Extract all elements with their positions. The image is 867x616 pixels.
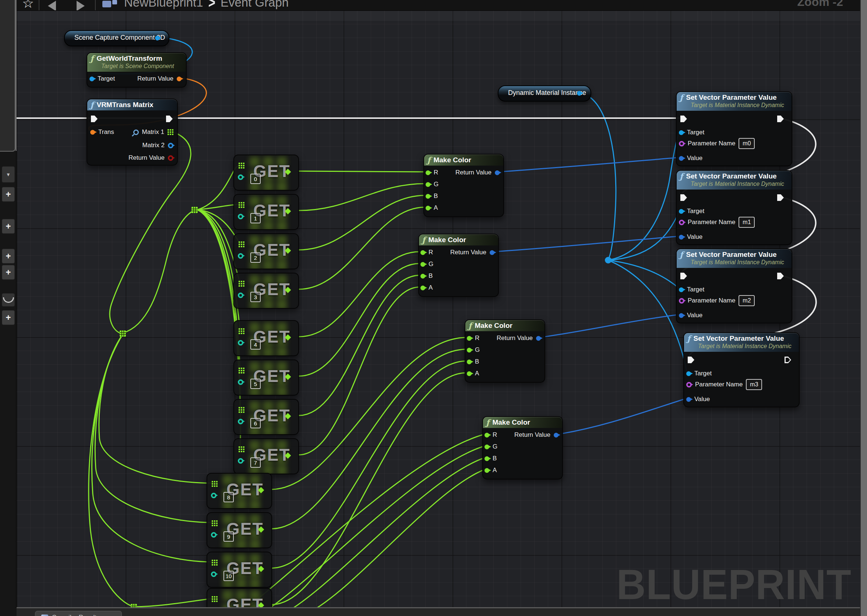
node-get-8[interactable]: GET 8 — [206, 473, 272, 509]
target-pin[interactable] — [90, 77, 94, 81]
node-vrmtrans-matrix[interactable]: ƒ VRMTrans Matrix Trans Matrix 1 Matrix … — [87, 99, 178, 166]
return-value-pin[interactable] — [489, 250, 494, 255]
object-output-pin[interactable] — [577, 91, 582, 96]
array-input-pin[interactable] — [212, 560, 217, 566]
index-pin[interactable] — [238, 253, 243, 259]
matrix2-pin[interactable] — [168, 143, 173, 148]
b-pin[interactable] — [467, 360, 472, 364]
return-value-pin[interactable] — [168, 155, 173, 161]
exec-in-pin[interactable] — [688, 357, 694, 363]
node-make-color-3[interactable]: ƒ Make Color R G B A Return Value — [464, 319, 545, 383]
add-button[interactable]: + — [2, 310, 15, 325]
a-pin[interactable] — [467, 371, 472, 376]
exec-in-pin[interactable] — [680, 194, 687, 201]
magnifier-icon[interactable] — [133, 129, 139, 135]
parameter-name-input[interactable]: m3 — [746, 379, 762, 390]
parameter-name-input[interactable]: m1 — [738, 217, 755, 228]
array-input-pin[interactable] — [239, 163, 244, 168]
array-input-pin[interactable] — [212, 520, 217, 526]
value-pin[interactable] — [679, 156, 684, 161]
g-pin[interactable] — [467, 348, 472, 352]
value-pin[interactable] — [686, 397, 691, 402]
index-pin[interactable] — [238, 214, 243, 219]
a-pin[interactable] — [420, 286, 425, 290]
index-input[interactable]: 2 — [250, 253, 261, 263]
add-button[interactable]: + — [2, 265, 15, 280]
node-get-0[interactable]: GET 0 — [233, 154, 299, 191]
matrix1-array-pin[interactable] — [167, 129, 173, 135]
node-set-vector-parameter-value-m3[interactable]: ƒ Set Vector Parameter Value Target is M… — [683, 332, 799, 407]
parameter-name-pin[interactable] — [679, 220, 684, 225]
node-set-vector-parameter-value-m0[interactable]: ƒ Set Vector Parameter Value Target is M… — [676, 91, 792, 166]
g-pin[interactable] — [426, 182, 430, 187]
node-make-color-2[interactable]: ƒ Make Color R G B A Return Value — [418, 234, 499, 297]
breadcrumb-graph[interactable]: Event Graph — [220, 0, 289, 9]
panel-divider[interactable] — [16, 0, 17, 151]
index-input[interactable]: 3 — [250, 292, 261, 302]
eye-button[interactable] — [2, 293, 15, 306]
node-make-color-1[interactable]: ƒ Make Color R G B A Return Value — [423, 154, 504, 217]
r-pin[interactable] — [420, 250, 425, 255]
g-pin[interactable] — [420, 262, 425, 267]
node-get-7[interactable]: GET 7 — [233, 438, 299, 474]
exec-in-pin[interactable] — [91, 116, 98, 122]
return-value-pin[interactable] — [536, 336, 541, 341]
add-button[interactable]: + — [2, 187, 15, 202]
parameter-name-pin[interactable] — [686, 382, 692, 388]
trans-pin[interactable] — [90, 130, 95, 135]
b-pin[interactable] — [420, 274, 425, 278]
target-pin[interactable] — [679, 209, 684, 214]
b-pin[interactable] — [485, 456, 489, 461]
index-input[interactable]: 4 — [250, 339, 261, 350]
target-pin[interactable] — [679, 130, 684, 135]
reroute-green-2[interactable] — [120, 330, 126, 337]
index-pin[interactable] — [238, 419, 243, 424]
array-input-pin[interactable] — [239, 281, 244, 287]
array-input-pin[interactable] — [239, 446, 244, 452]
array-input-pin[interactable] — [239, 368, 244, 374]
index-input[interactable]: 0 — [250, 174, 261, 184]
node-get-6[interactable]: GET 6 — [233, 399, 299, 435]
b-pin[interactable] — [426, 194, 430, 199]
index-input[interactable]: 8 — [223, 492, 234, 502]
node-scene-capture-component-2d[interactable]: Scene Capture Component 2D — [64, 30, 169, 46]
exec-out-pin[interactable] — [777, 116, 784, 122]
node-get-10[interactable]: GET 10 — [206, 552, 272, 588]
index-pin[interactable] — [238, 292, 243, 298]
index-input[interactable]: 7 — [250, 457, 261, 468]
exec-out-pin[interactable] — [785, 357, 791, 363]
target-pin[interactable] — [686, 371, 691, 376]
index-pin[interactable] — [238, 379, 243, 385]
add-button[interactable]: + — [2, 219, 15, 234]
node-get-1[interactable]: GET 1 — [233, 194, 299, 230]
node-get-world-transform[interactable]: ƒ GetWorldTransform Target is Scene Comp… — [87, 52, 187, 88]
index-input[interactable]: 9 — [223, 531, 234, 542]
node-make-color-4[interactable]: ƒ Make Color R G B A Return Value — [482, 416, 563, 479]
array-input-pin[interactable] — [212, 481, 217, 487]
value-pin[interactable] — [679, 313, 684, 318]
array-input-pin[interactable] — [239, 407, 244, 413]
index-pin[interactable] — [238, 458, 243, 464]
parameter-name-pin[interactable] — [679, 141, 684, 146]
index-pin[interactable] — [238, 174, 243, 180]
node-get-5[interactable]: GET 5 — [233, 360, 299, 396]
return-value-pin[interactable] — [495, 170, 500, 175]
tab-compiler-results[interactable]: Compiler Results — [35, 611, 122, 616]
back-arrow-icon[interactable] — [48, 1, 56, 11]
reroute-green-1[interactable] — [192, 207, 198, 213]
r-pin[interactable] — [467, 336, 472, 341]
index-input[interactable]: 5 — [250, 379, 261, 389]
array-input-pin[interactable] — [239, 328, 244, 334]
array-input-pin[interactable] — [239, 241, 244, 247]
index-pin[interactable] — [211, 493, 217, 498]
value-pin[interactable] — [679, 235, 684, 240]
node-get-9[interactable]: GET 9 — [206, 512, 272, 548]
r-pin[interactable] — [426, 170, 430, 175]
collapse-chevron-button[interactable]: ▼ — [2, 166, 15, 182]
parameter-name-pin[interactable] — [679, 298, 684, 303]
g-pin[interactable] — [485, 445, 489, 449]
parameter-name-input[interactable]: m0 — [738, 138, 755, 149]
exec-in-pin[interactable] — [680, 116, 687, 122]
target-pin[interactable] — [679, 288, 684, 292]
node-get-4[interactable]: GET 4 — [233, 320, 299, 356]
